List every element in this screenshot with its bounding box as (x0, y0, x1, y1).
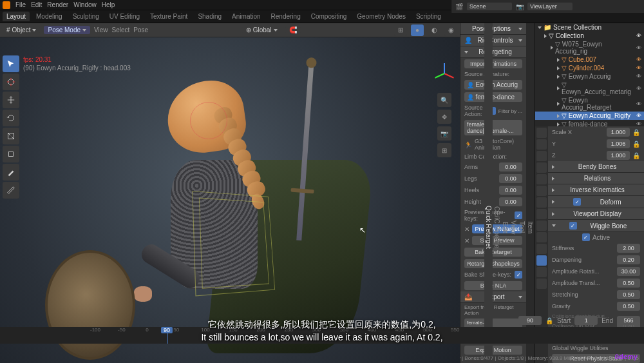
scalex-label: Scale X (552, 129, 604, 135)
select-menu[interactable]: Select (112, 26, 130, 34)
viewlayer-input[interactable] (527, 3, 573, 10)
prop-value[interactable]: 30.00 (617, 267, 640, 276)
playhead[interactable] (167, 327, 168, 344)
scalez-value[interactable]: 1.000 (607, 151, 630, 160)
tab-animation[interactable]: Animation (228, 12, 264, 21)
ntab-edit[interactable]: Edit (501, 23, 509, 363)
ptab-physics[interactable] (536, 221, 547, 231)
object-context[interactable]: #Object (3, 26, 40, 34)
outliner-item[interactable]: ▽ Eowyn Accurig_Rigify👁 (535, 112, 644, 120)
ntab-retarget[interactable]: Quick Retarget (484, 23, 493, 363)
scalex-value[interactable]: 1.000 (607, 128, 630, 137)
tl-lock-icon[interactable]: 🔒 (545, 317, 553, 324)
outliner-item[interactable]: ▽ Cylinder.004👁 (535, 64, 644, 72)
3d-viewport[interactable]: fps: 20.31 (90) Eowyn Accurig_Rigify : h… (0, 37, 460, 363)
relations-header[interactable]: Relations (548, 173, 644, 184)
tab-uvediting[interactable]: UV Editing (106, 12, 144, 21)
ptab-output[interactable] (536, 139, 547, 150)
timeline-track[interactable]: -100-50050100150200250300350400450500550 (0, 327, 644, 344)
ptab-bone[interactable] (536, 255, 547, 266)
current-frame[interactable]: 90 (518, 316, 542, 325)
ntab-ccic[interactable]: CC/iC Pipeline (493, 23, 501, 363)
prop-value[interactable]: 2.00 (617, 244, 640, 253)
active-check[interactable]: ✓ (582, 233, 590, 241)
ntab-tool[interactable]: Tool (518, 23, 526, 363)
viewport-display-header[interactable]: Viewport Display (548, 208, 644, 220)
scene-collection[interactable]: Scene Collection (553, 24, 601, 31)
orientation[interactable]: ⊕ Global (242, 26, 281, 34)
tool-annotate[interactable] (3, 164, 19, 181)
scene-name-input[interactable] (467, 3, 512, 10)
outliner-item[interactable]: ▽ W075_Eowyn Accurig_rig👁 (535, 40, 644, 55)
ptab-modifier[interactable] (536, 197, 547, 208)
ptab-render[interactable] (536, 128, 547, 138)
axis-gizmo[interactable] (431, 61, 457, 86)
menu-window[interactable]: Window (73, 1, 97, 8)
ptab-particle[interactable] (536, 209, 547, 219)
ptab-constraint[interactable] (536, 232, 547, 242)
outliner-item[interactable]: ▽ Eowyn Accurig_Retarget👁 (535, 96, 644, 112)
shading-wire[interactable]: ⊞ (394, 25, 407, 36)
shading-matprev[interactable]: ◐ (428, 25, 440, 36)
ptab-object[interactable] (536, 186, 547, 196)
tab-compositing[interactable]: Compositing (307, 12, 351, 21)
blender-logo (3, 1, 10, 9)
ik-header[interactable]: Inverse Kinematics (548, 184, 644, 196)
ptab-world[interactable] (536, 174, 547, 184)
ptab-boneconstraint[interactable] (536, 267, 547, 277)
prop-value[interactable]: 0.50 (617, 302, 640, 311)
stop-x[interactable]: ✕ (464, 237, 469, 244)
preview-x[interactable]: ✕ (464, 226, 469, 233)
menu-render[interactable]: Render (47, 1, 68, 8)
tool-rotate[interactable] (3, 110, 19, 126)
zoom-gizmo[interactable]: 🔍 (437, 93, 451, 107)
bendy-header[interactable]: Bendy Bones (548, 161, 644, 173)
wiggle-header[interactable]: ✓Wiggle Bone (548, 220, 644, 232)
tool-cursor[interactable] (3, 74, 19, 90)
tool-scale[interactable] (3, 128, 19, 144)
ntab-item[interactable]: Item (526, 23, 535, 363)
tab-modeling[interactable]: Modeling (32, 12, 66, 21)
end-frame[interactable]: 566 (617, 316, 640, 325)
ptab-material[interactable] (536, 279, 547, 289)
menu-edit[interactable]: Edit (31, 1, 42, 8)
outliner-item[interactable]: ▽ Collection👁 (535, 32, 644, 40)
ptab-data[interactable] (536, 244, 547, 254)
prop-value[interactable]: 0.20 (617, 255, 640, 264)
tab-sculpting[interactable]: Sculpting (69, 12, 103, 21)
pose-menu[interactable]: Pose (133, 26, 148, 34)
scaley-value[interactable]: 1.006 (607, 139, 630, 148)
ptab-scene[interactable] (536, 162, 547, 173)
tab-shading[interactable]: Shading (194, 12, 225, 21)
shading-rendered[interactable]: ◉ (444, 25, 457, 36)
outliner[interactable]: 📁 Scene Collection ▽ Collection👁 ▽ W075_… (535, 23, 644, 126)
snap-toggle[interactable]: 🧲 (285, 26, 301, 34)
tool-transform[interactable] (3, 146, 19, 162)
tab-texpaint[interactable]: Texture Paint (146, 12, 191, 21)
menu-file[interactable]: File (15, 1, 26, 8)
mode-selector[interactable]: Pose Mode (44, 26, 90, 34)
camera-gizmo[interactable]: 📷 (437, 126, 451, 141)
menu-help[interactable]: Help (102, 1, 115, 8)
outliner-item[interactable]: ▽ Eowyn_Accurig_metarig👁 (535, 81, 644, 96)
tool-move[interactable] (3, 92, 19, 108)
tab-scripting[interactable]: Scripting (412, 12, 445, 21)
deform-header[interactable]: ✓Deform (548, 196, 644, 208)
prop-value[interactable]: 0.50 (617, 290, 640, 299)
tool-select[interactable] (3, 55, 19, 72)
outliner-item[interactable]: ▽ Eowyn Accurig👁 (535, 72, 644, 81)
ptab-view[interactable] (536, 151, 547, 161)
tool-measure[interactable] (3, 182, 19, 199)
tab-rendering[interactable]: Rendering (267, 12, 305, 21)
tab-geonodes[interactable]: Geometry Nodes (353, 12, 410, 21)
outliner-item[interactable]: ▽ female-dance👁 (535, 120, 644, 126)
outliner-item[interactable]: ▽ Cube.007👁 (535, 55, 644, 64)
persp-gizmo[interactable]: ⊞ (437, 143, 451, 157)
pan-gizmo[interactable]: ✥ (437, 110, 451, 124)
prop-value[interactable]: 0.50 (617, 279, 640, 288)
ntab-view[interactable]: View (509, 23, 518, 363)
view-menu[interactable]: View (94, 26, 108, 34)
tab-layout[interactable]: Layout (3, 12, 30, 21)
start-frame[interactable]: 1 (574, 316, 598, 325)
shading-solid[interactable]: ● (411, 25, 424, 36)
